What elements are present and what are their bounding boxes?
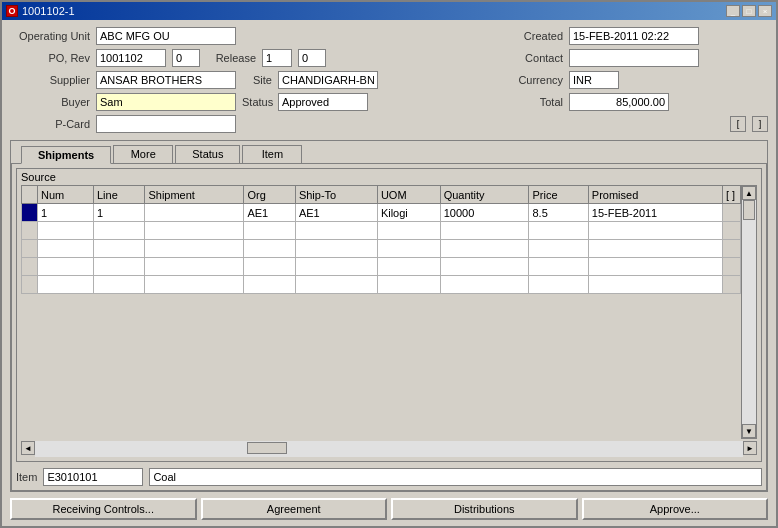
cell-num: 1	[38, 204, 94, 222]
scroll-right-button[interactable]: ►	[743, 441, 757, 455]
agreement-button[interactable]: Agreement	[201, 498, 388, 520]
currency-field[interactable]	[569, 71, 619, 89]
cell-org	[244, 240, 295, 258]
col-uom-header: UOM	[377, 186, 440, 204]
cell-org: AE1	[244, 204, 295, 222]
rev-field[interactable]	[172, 49, 200, 67]
row-selector[interactable]	[22, 240, 38, 258]
supplier-field[interactable]	[96, 71, 236, 89]
row-selector[interactable]	[22, 222, 38, 240]
cell-line	[93, 240, 144, 258]
cell-line	[93, 276, 144, 294]
cell-uom	[377, 276, 440, 294]
corner-btn-1[interactable]: [	[730, 116, 746, 132]
row-created: Created	[508, 26, 768, 46]
maximize-button[interactable]: □	[742, 5, 756, 17]
cell-num	[38, 258, 94, 276]
bottom-buttons: Receiving Controls... Agreement Distribu…	[10, 498, 768, 520]
minimize-button[interactable]: _	[726, 5, 740, 17]
item-code-field[interactable]	[43, 468, 143, 486]
form-left: Operating Unit PO, Rev Release Supplier	[10, 26, 478, 134]
title-bar: O 1001102-1 _ □ ×	[2, 2, 776, 20]
row-operating-unit: Operating Unit	[10, 26, 478, 46]
currency-label: Currency	[508, 74, 563, 86]
form-right: Created Contact Currency Total	[508, 26, 768, 134]
approve-button[interactable]: Approve...	[582, 498, 769, 520]
app-icon: O	[6, 5, 18, 17]
cell-org	[244, 276, 295, 294]
scroll-up-button[interactable]: ▲	[742, 186, 756, 200]
buyer-field[interactable]	[96, 93, 236, 111]
cell-price	[529, 276, 588, 294]
table-row[interactable]	[22, 276, 741, 294]
tab-status[interactable]: Status	[175, 145, 240, 163]
row-selector[interactable]	[22, 276, 38, 294]
cell-promised	[588, 222, 722, 240]
cell-extra	[723, 222, 741, 240]
cell-quantity	[440, 222, 529, 240]
cell-quantity	[440, 276, 529, 294]
scroll-track	[742, 200, 756, 424]
tab-shipments[interactable]: Shipments	[21, 146, 111, 164]
table-row[interactable]: 11AE1AE1Kilogi100008.515-FEB-2011	[22, 204, 741, 222]
close-button[interactable]: ×	[758, 5, 772, 17]
tab-content-shipments: Source Num Line Shipme	[11, 163, 767, 491]
item-label: Item	[16, 471, 37, 483]
cell-org	[244, 222, 295, 240]
row-total: Total	[508, 92, 768, 112]
tab-more[interactable]: More	[113, 145, 173, 163]
cell-promised	[588, 276, 722, 294]
total-label: Total	[508, 96, 563, 108]
cell-price	[529, 222, 588, 240]
tabs-row: Shipments More Status Item	[11, 141, 767, 163]
pcard-field[interactable]	[96, 115, 236, 133]
col-shipto-header: Ship-To	[295, 186, 377, 204]
scroll-left-button[interactable]: ◄	[21, 441, 35, 455]
receiving-controls-button[interactable]: Receiving Controls...	[10, 498, 197, 520]
table-row[interactable]	[22, 222, 741, 240]
hscroll-thumb[interactable]	[247, 442, 287, 454]
cell-shipment	[145, 276, 244, 294]
table-row[interactable]	[22, 258, 741, 276]
col-line-header: Line	[93, 186, 144, 204]
row-pcard: P-Card	[10, 114, 478, 134]
horizontal-scrollbar[interactable]: ◄ ►	[21, 441, 757, 457]
po-rev-label: PO, Rev	[10, 52, 90, 64]
tab-item[interactable]: Item	[242, 145, 302, 163]
cell-num	[38, 276, 94, 294]
cell-shipment	[145, 222, 244, 240]
table-row[interactable]	[22, 240, 741, 258]
hscroll-track	[35, 441, 743, 457]
scroll-thumb[interactable]	[743, 200, 755, 220]
source-group: Source Num Line Shipme	[16, 168, 762, 462]
site-field[interactable]	[278, 71, 378, 89]
contact-field[interactable]	[569, 49, 699, 67]
cell-num	[38, 222, 94, 240]
col-quantity-header: Quantity	[440, 186, 529, 204]
row-selector[interactable]	[22, 258, 38, 276]
corner-btn-2[interactable]: ]	[752, 116, 768, 132]
status-field[interactable]	[278, 93, 368, 111]
col-promised-header: Promised	[588, 186, 722, 204]
row-selector[interactable]	[22, 204, 38, 222]
operating-unit-field[interactable]	[96, 27, 236, 45]
scroll-down-button[interactable]: ▼	[742, 424, 756, 438]
po-field[interactable]	[96, 49, 166, 67]
cell-line: 1	[93, 204, 144, 222]
source-legend-text: Source	[21, 171, 56, 183]
vertical-scrollbar[interactable]: ▲ ▼	[741, 185, 757, 439]
distributions-button[interactable]: Distributions	[391, 498, 578, 520]
row-supplier: Supplier Site	[10, 70, 478, 90]
release-field[interactable]	[262, 49, 292, 67]
cell-price	[529, 240, 588, 258]
total-field	[569, 93, 669, 111]
contact-label: Contact	[508, 52, 563, 64]
cell-shipment	[145, 258, 244, 276]
release-sub-field[interactable]	[298, 49, 326, 67]
cell-uom: Kilogi	[377, 204, 440, 222]
pcard-label: P-Card	[10, 118, 90, 130]
cell-promised	[588, 258, 722, 276]
window-content: Operating Unit PO, Rev Release Supplier	[2, 20, 776, 526]
item-desc-field[interactable]	[149, 468, 762, 486]
created-field[interactable]	[569, 27, 699, 45]
